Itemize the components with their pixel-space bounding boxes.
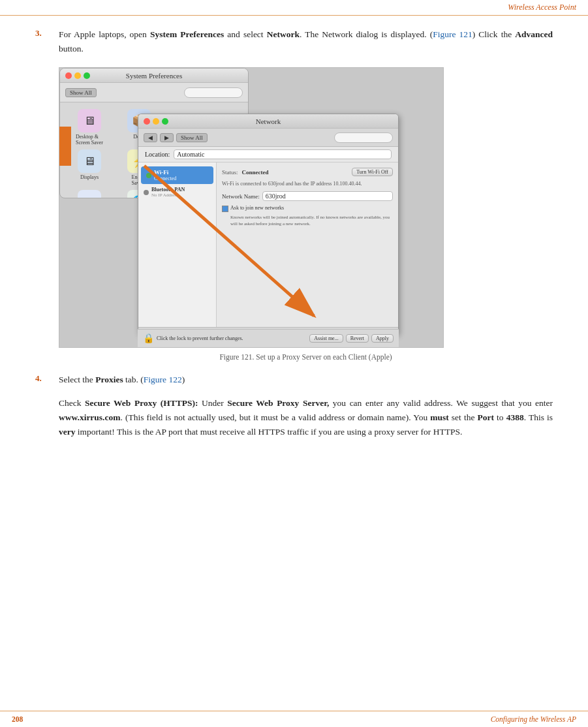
net-forward-btn[interactable]: ▶: [160, 133, 174, 142]
icon-displays: 🖥 Displays: [67, 149, 112, 186]
net-search[interactable]: [334, 132, 393, 143]
assist-btn[interactable]: Assist me...: [309, 334, 343, 343]
status-label: Status:: [222, 169, 238, 176]
step-3-number: 3.: [35, 27, 48, 55]
wifi-label: Wi-Fi: [154, 169, 176, 176]
mail-icon-box: ✉: [78, 190, 101, 198]
url-bold: www.xirrus.com: [59, 412, 121, 422]
screenshot-wrap: System Preferences Show All 🖥 Desktop &S…: [59, 67, 457, 348]
bt-label: Bluetooth PAN: [151, 187, 185, 193]
icon-desktop: 🖥 Desktop &Screen Saver: [67, 109, 112, 146]
network-name-field[interactable]: 630jrod: [262, 191, 393, 201]
step-4-para: Check Secure Web Proxy (HTTPS): Under Se…: [59, 396, 553, 440]
red-dot: [65, 72, 72, 79]
very-bold: very: [59, 427, 75, 437]
bt-status-dot: [144, 190, 149, 195]
net-toolbar: ◀ ▶ Show All: [138, 129, 398, 147]
step-3-text: For Apple laptops, open System Preferenc…: [59, 27, 553, 55]
turn-wifi-off-btn[interactable]: Turn Wi-Fi Off: [352, 168, 393, 176]
figure-122-link[interactable]: Figure 122: [144, 375, 182, 384]
sys-prefs-search[interactable]: [184, 87, 243, 98]
revert-btn[interactable]: Revert: [346, 334, 369, 343]
lock-text: Click the lock to prevent further change…: [157, 335, 243, 341]
displays-icon-box: 🖥: [78, 149, 101, 173]
sys-prefs-titlebar: System Preferences: [60, 69, 248, 83]
wifi-status-dot: [146, 173, 151, 178]
wifi-item-text: Wi-Fi Connected: [154, 169, 176, 181]
show-all-button[interactable]: Show All: [65, 88, 97, 97]
status-row: Status: Connected Turn Wi-Fi Off: [222, 168, 393, 176]
icon-mail: ✉ Mail, Contacts& Calendars: [67, 190, 112, 198]
network-title: Network: [256, 117, 281, 125]
icon-displays-label: Displays: [80, 174, 99, 180]
step-4-text: Select the Proxies tab. (Figure 122): [59, 373, 553, 387]
server-bold: Secure Web Proxy Server,: [227, 398, 329, 408]
network-dialog: Network ◀ ▶ Show All Location: Automatic: [138, 114, 399, 335]
apply-btn[interactable]: Apply: [371, 334, 394, 343]
header-bar: Wireless Access Point: [0, 0, 588, 16]
footer: 208 Configuring the Wireless AP: [0, 711, 588, 727]
window-dots: [65, 72, 90, 79]
net-show-all-btn[interactable]: Show All: [176, 133, 208, 142]
status-value: Connected: [242, 169, 269, 176]
net-body: Wi-Fi Connected Bluetooth PAN No IP Addr…: [138, 162, 398, 327]
orange-tab: [59, 127, 71, 166]
main-content: 3. For Apple laptops, open System Prefer…: [0, 16, 588, 452]
ask-join-label: Ask to join new networks: [230, 205, 284, 211]
step-4-row: 4. Select the Proxies tab. (Figure 122): [35, 373, 553, 387]
header-title: Wireless Access Point: [508, 3, 576, 12]
footer-chapter: Configuring the Wireless AP: [491, 715, 576, 723]
net-titlebar: Network: [138, 114, 398, 129]
figure-121-link[interactable]: Figure 121: [433, 29, 472, 39]
https-bold: Secure Web Proxy (HTTPS):: [85, 398, 198, 408]
advanced-bold: Advanced: [515, 29, 553, 39]
step-4-paragraph: Check Secure Web Proxy (HTTPS): Under Se…: [59, 396, 553, 440]
location-select[interactable]: Automatic: [174, 149, 392, 159]
net-sidebar: Wi-Fi Connected Bluetooth PAN No IP Addr…: [138, 162, 217, 327]
step-4-number: 4.: [35, 373, 48, 387]
port-bold: Port: [478, 412, 494, 422]
bt-item-text: Bluetooth PAN No IP Address: [151, 187, 185, 198]
net-yellow-dot: [153, 118, 159, 125]
bt-list-item[interactable]: Bluetooth PAN No IP Address: [138, 184, 216, 200]
lock-icon: 🔒: [143, 333, 154, 344]
wifi-desc: Wi-Fi is connected to 630jrod and has th…: [222, 180, 393, 187]
green-dot: [84, 72, 90, 79]
network-name-row: Network Name: 630jrod: [222, 191, 393, 201]
must-bold: must: [430, 412, 449, 422]
screenshot-outer: System Preferences Show All 🖥 Desktop &S…: [59, 67, 444, 348]
network-bold: Network: [267, 29, 300, 39]
figure-121-caption: Figure 121. Set up a Proxy Server on eac…: [59, 353, 553, 361]
location-label: Location:: [145, 151, 170, 158]
bt-sublabel: No IP Address: [151, 193, 185, 198]
net-green-dot: [162, 118, 168, 125]
wifi-sublabel: Connected: [154, 176, 176, 181]
ask-join-checkbox[interactable]: [222, 206, 228, 212]
sys-prefs-title: System Preferences: [126, 72, 182, 80]
net-red-dot: [144, 118, 150, 125]
location-row: Location: Automatic: [138, 147, 398, 162]
desktop-icon-box: 🖥: [78, 109, 101, 132]
net-window-dots: [144, 118, 168, 125]
yellow-dot: [74, 72, 81, 79]
net-main-panel: Status: Connected Turn Wi-Fi Off Wi-Fi i…: [217, 162, 398, 327]
port-num-bold: 4388: [506, 412, 524, 422]
proxies-bold: Proxies: [95, 375, 123, 384]
sys-prefs-toolbar: Show All: [60, 83, 248, 102]
icon-desktop-label: Desktop &Screen Saver: [76, 134, 103, 146]
footer-page-number: 208: [12, 715, 23, 723]
wifi-list-item[interactable]: Wi-Fi Connected: [141, 166, 213, 184]
ask-join-desc: Known networks will be joined automatica…: [230, 215, 393, 228]
net-back-btn[interactable]: ◀: [144, 133, 157, 142]
sys-prefs-bold: System Preferences: [150, 29, 224, 39]
lock-bar: 🔒 Click the lock to prevent further chan…: [138, 329, 399, 347]
network-name-label: Network Name:: [222, 193, 260, 200]
ask-join-row: Ask to join new networks: [222, 205, 393, 212]
step-3-row: 3. For Apple laptops, open System Prefer…: [35, 27, 553, 55]
